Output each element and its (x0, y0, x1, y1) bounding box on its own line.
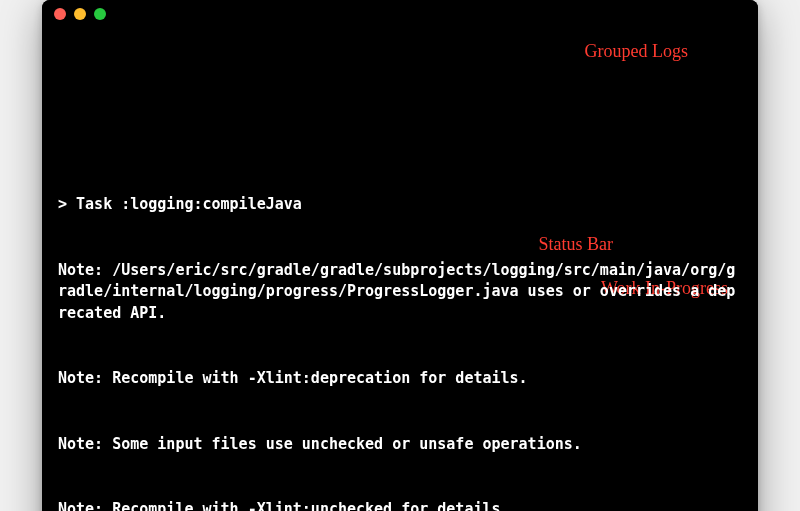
log-note: Note: Recompile with -Xlint:unchecked fo… (58, 499, 742, 511)
log-note: Note: Recompile with -Xlint:deprecation … (58, 368, 742, 390)
maximize-icon[interactable] (94, 8, 106, 20)
terminal-body: Grouped Logs Status Bar Work In-Progress… (42, 28, 758, 511)
log-note: Note: /Users/eric/src/gradle/gradle/subp… (58, 260, 742, 325)
minimize-icon[interactable] (74, 8, 86, 20)
title-bar (42, 0, 758, 28)
task-header: > Task :logging:compileJava (58, 194, 742, 216)
terminal-window: Grouped Logs Status Bar Work In-Progress… (42, 0, 758, 511)
close-icon[interactable] (54, 8, 66, 20)
annotation-grouped-logs: Grouped Logs (585, 38, 688, 64)
annotation-status-bar: Status Bar (539, 231, 614, 257)
log-note: Note: Some input files use unchecked or … (58, 434, 742, 456)
